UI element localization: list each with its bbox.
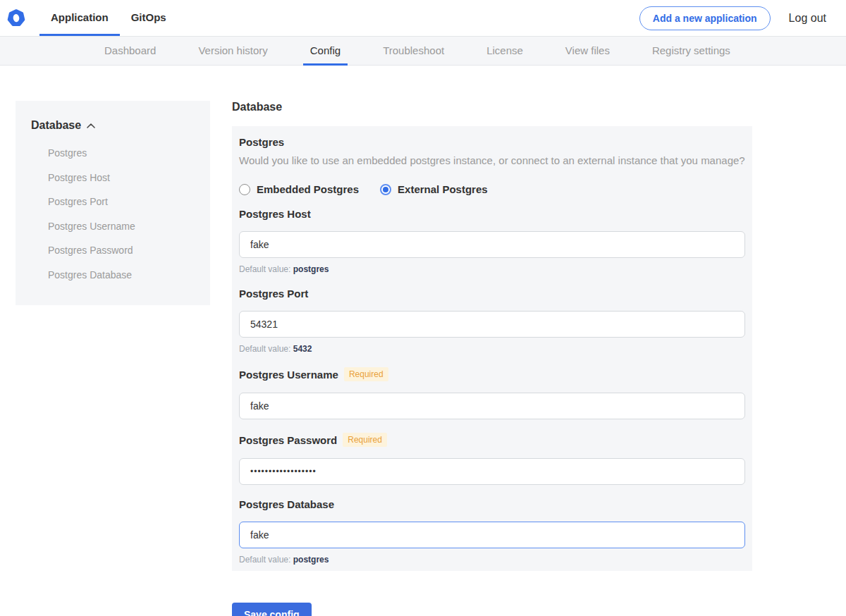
field-default-value: Default value: postgres <box>239 555 745 565</box>
group-help-text: Would you like to use an embedded postgr… <box>239 155 745 166</box>
postgres-radio-group: Embedded Postgres External Postgres <box>239 183 745 195</box>
postgres-host-input[interactable] <box>239 231 745 258</box>
sidebar-item-postgres-database[interactable]: Postgres Database <box>31 263 196 288</box>
sidebar-group-label: Database <box>31 119 81 132</box>
subtab-registry-settings[interactable]: Registry settings <box>645 37 737 66</box>
postgres-database-input[interactable] <box>239 522 745 548</box>
sidebar-item-postgres-username[interactable]: Postgres Username <box>31 214 196 239</box>
sidebar-group-database[interactable]: Database <box>31 119 196 132</box>
subtab-dashboard[interactable]: Dashboard <box>97 37 163 66</box>
radio-selected-icon <box>380 184 391 195</box>
config-group-card: Postgres Would you like to use an embedd… <box>232 126 752 571</box>
config-page: Database Postgres Postgres Host Postgres… <box>0 66 846 616</box>
radio-external-postgres[interactable]: External Postgres <box>380 183 488 195</box>
field-postgres-username: Postgres Username Required <box>239 367 745 419</box>
postgres-port-input[interactable] <box>239 311 745 338</box>
field-postgres-host: Postgres Host Default value: postgres <box>239 208 745 274</box>
required-badge: Required <box>343 433 387 447</box>
tab-gitops[interactable]: GitOps <box>120 0 178 36</box>
field-label: Postgres Password <box>239 434 337 446</box>
postgres-password-input[interactable] <box>239 458 745 485</box>
subtab-config[interactable]: Config <box>303 37 348 66</box>
sidebar-item-postgres-port[interactable]: Postgres Port <box>31 190 196 214</box>
app-logo[interactable] <box>7 0 25 36</box>
subtab-version-history[interactable]: Version history <box>191 37 274 66</box>
app-subnav: Dashboard Version history Config Trouble… <box>0 36 846 66</box>
field-label: Postgres Username <box>239 369 338 381</box>
subtab-license[interactable]: License <box>479 37 530 66</box>
sidebar-item-postgres[interactable]: Postgres <box>31 141 196 166</box>
config-main: Database Postgres Would you like to use … <box>232 66 752 616</box>
field-label: Postgres Port <box>239 288 308 300</box>
radio-label: External Postgres <box>398 183 488 195</box>
subtab-view-files[interactable]: View files <box>558 37 617 66</box>
radio-unselected-icon <box>239 184 250 195</box>
group-name: Postgres <box>239 136 745 148</box>
postgres-username-input[interactable] <box>239 393 745 419</box>
top-tabs: Application GitOps <box>39 0 178 36</box>
top-nav: Application GitOps Add a new application… <box>0 0 846 36</box>
radio-embedded-postgres[interactable]: Embedded Postgres <box>239 183 359 195</box>
radio-label: Embedded Postgres <box>257 183 359 195</box>
config-sidebar: Database Postgres Postgres Host Postgres… <box>16 101 210 305</box>
required-badge: Required <box>344 367 388 381</box>
field-default-value: Default value: 5432 <box>239 344 745 354</box>
tab-application[interactable]: Application <box>39 0 120 36</box>
save-config-button[interactable]: Save config <box>232 603 312 616</box>
add-new-application-button[interactable]: Add a new application <box>639 6 771 30</box>
field-postgres-database: Postgres Database Default value: postgre… <box>239 498 745 565</box>
field-postgres-port: Postgres Port Default value: 5432 <box>239 288 745 354</box>
subtab-troubleshoot[interactable]: Troubleshoot <box>376 37 451 66</box>
page-title: Database <box>232 101 752 113</box>
logout-link[interactable]: Log out <box>789 12 826 25</box>
top-nav-right: Add a new application Log out <box>639 0 846 36</box>
sidebar-item-postgres-host[interactable]: Postgres Host <box>31 166 196 190</box>
field-postgres-password: Postgres Password Required <box>239 433 745 485</box>
field-label: Postgres Host <box>239 208 311 220</box>
chevron-up-icon <box>87 123 95 128</box>
field-default-value: Default value: postgres <box>239 264 745 274</box>
sidebar-item-postgres-password[interactable]: Postgres Password <box>31 238 196 263</box>
field-label: Postgres Database <box>239 498 334 510</box>
kots-logo-icon <box>7 9 25 27</box>
